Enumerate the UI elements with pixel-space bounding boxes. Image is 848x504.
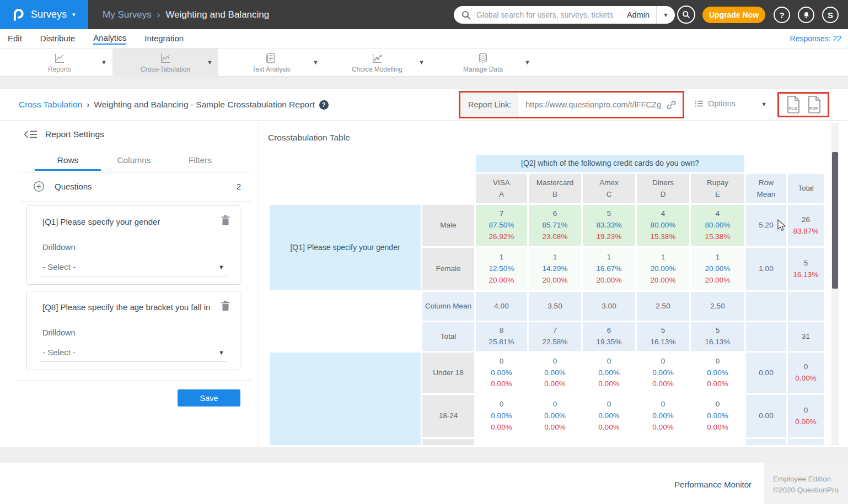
data-cell: 00.00%0.00%: [529, 353, 581, 393]
search-scope-dropdown[interactable]: Admin: [627, 10, 656, 19]
search-icon: [682, 10, 690, 19]
add-question-icon[interactable]: [33, 181, 45, 192]
copyright-label: ©2020 QuestionPro: [773, 485, 848, 496]
tool-reports[interactable]: Reports ▼: [7, 48, 112, 77]
tool-choice-modelling[interactable]: Choice Modelling ▼: [324, 48, 430, 77]
tool-label: Reports: [48, 66, 71, 73]
chevron-down-icon[interactable]: ▼: [418, 59, 425, 66]
help-button[interactable]: ?: [774, 7, 790, 23]
data-cell: 112.50%20.00%: [476, 248, 527, 290]
report-settings-panel: Report Settings Rows Columns Filters Que…: [0, 121, 259, 447]
global-search[interactable]: Admin ▼: [454, 6, 675, 24]
my-surveys-link[interactable]: My Surveys: [103, 9, 152, 20]
database-icon: [477, 52, 489, 64]
questions-label: Questions: [55, 182, 92, 191]
tool-manage-data[interactable]: Manage Data ▼: [430, 48, 536, 77]
total-cell: 516.13%: [691, 322, 744, 351]
tab-rows[interactable]: Rows: [35, 154, 101, 171]
row-label-under-18: Under 18: [422, 353, 474, 393]
tab-filters[interactable]: Filters: [167, 154, 233, 171]
total-header: Total: [788, 174, 824, 203]
partial-row-cell: [746, 439, 786, 445]
total-row-label: Total: [422, 322, 474, 351]
cross-tabulation-link[interactable]: Cross Tabulation: [19, 100, 82, 110]
link-icon[interactable]: [666, 100, 677, 110]
nav-item-analytics[interactable]: Analytics: [93, 33, 126, 45]
performance-monitor-link[interactable]: Performance Monitor: [674, 480, 752, 489]
column-mean-cell: 3.00: [583, 292, 635, 321]
notifications-button[interactable]: [798, 7, 814, 23]
collapse-panel-icon[interactable]: [24, 130, 37, 139]
column-header-mastercard: MastercardB: [529, 174, 581, 203]
user-avatar[interactable]: S: [822, 7, 839, 23]
chevron-down-icon[interactable]: ▾: [72, 11, 76, 18]
export-buttons-highlight: XLS PDF: [777, 92, 829, 117]
chevron-down-icon[interactable]: ▼: [524, 59, 530, 66]
question-title: [Q1] Please specify your gender: [42, 217, 160, 226]
empty-cell: [788, 292, 824, 321]
drilldown-select[interactable]: - Select - ▼: [40, 343, 227, 362]
grand-total-cell: 31: [788, 322, 824, 351]
report-link-url[interactable]: https://www.questionpro.com/t/lFFCZg: [519, 100, 683, 110]
nav-item-distribute[interactable]: Distribute: [40, 34, 75, 44]
nav-item-edit[interactable]: Edit: [8, 34, 22, 44]
search-icon: [461, 10, 471, 20]
breadcrumb-separator: ›: [87, 100, 89, 110]
search-submit-button[interactable]: [677, 6, 695, 24]
tab-columns[interactable]: Columns: [101, 154, 167, 171]
data-cell: 00.00%0.00%: [637, 395, 689, 437]
row-total-cell: 00.00%: [788, 395, 824, 437]
chevron-down-icon[interactable]: ▼: [761, 101, 767, 107]
crosstab-table: [Q2] which of the following credit cards…: [270, 155, 824, 445]
row-label-male: Male: [422, 205, 474, 246]
chevron-down-icon[interactable]: ▼: [656, 6, 675, 24]
search-input[interactable]: [475, 10, 627, 20]
chevron-down-icon[interactable]: ▼: [313, 59, 319, 66]
delete-question-icon[interactable]: [221, 215, 230, 226]
drilldown-label: Drilldown: [42, 243, 76, 252]
question-card-q8: [Q8] Please specify the age bracket you …: [26, 291, 240, 370]
column-mean-cell: 3.50: [529, 292, 581, 321]
drilldown-select[interactable]: - Select - ▼: [40, 258, 227, 277]
export-pdf-icon[interactable]: PDF: [807, 96, 821, 113]
upgrade-now-button[interactable]: Upgrade Now: [702, 7, 765, 23]
row-question-cell-q1: [Q1] Please specify your gender: [270, 205, 421, 290]
tool-text-analysis[interactable]: Text Analysis ▼: [218, 48, 324, 77]
column-mean-cell: 2.50: [691, 292, 744, 321]
data-cell: 480.00%15.38%: [691, 205, 744, 246]
total-cell: 825.81%: [476, 322, 527, 351]
pdf-label: PDF: [809, 106, 818, 111]
question-mark-icon: ?: [779, 10, 784, 20]
table-scrollbar-thumb[interactable]: [832, 152, 838, 289]
total-cell: 516.13%: [637, 322, 689, 351]
options-dropdown[interactable]: Options: [695, 99, 736, 108]
edition-label: Employee Edition: [773, 474, 848, 485]
product-name: Surveys: [31, 9, 67, 20]
column-mean-cell: 4.00: [476, 292, 527, 321]
chevron-down-icon[interactable]: ▼: [207, 59, 213, 66]
total-cell: 722.58%: [529, 322, 581, 351]
avatar-initial: S: [828, 10, 833, 20]
product-menu[interactable]: Surveys ▾: [0, 0, 88, 29]
options-label: Options: [708, 99, 736, 108]
column-header-diners: DinersD: [637, 174, 689, 203]
export-xls-icon[interactable]: XLS: [786, 96, 800, 113]
tool-cross-tabulation[interactable]: Cross-Tabulation ▼: [112, 48, 218, 77]
settings-tabs: Rows Columns Filters: [35, 154, 233, 171]
chevron-down-icon[interactable]: ▼: [101, 59, 107, 66]
delete-question-icon[interactable]: [221, 301, 230, 311]
save-button[interactable]: Save: [178, 389, 240, 407]
tabs-divider: [18, 172, 252, 172]
row-mean-cell: 0.00: [746, 353, 786, 393]
data-cell: 583.33%19.23%: [583, 205, 635, 246]
data-cell: 00.00%0.00%: [691, 395, 744, 437]
column-mean-label: Column Mean: [422, 292, 474, 321]
row-label-female: Female: [422, 248, 474, 290]
questionpro-app: Surveys ▾ My Surveys › Weighting and Bal…: [0, 0, 848, 504]
nav-item-integration[interactable]: Integration: [144, 34, 184, 44]
help-icon[interactable]: ?: [319, 100, 329, 110]
analytics-toolbar: Reports ▼ Cross-Tabulation ▼ Text Analys…: [0, 48, 848, 77]
tool-label: Manage Data: [463, 66, 503, 73]
row-total-cell: 2683.87%: [788, 205, 824, 246]
row-mean-cell: 1.00: [746, 248, 786, 290]
